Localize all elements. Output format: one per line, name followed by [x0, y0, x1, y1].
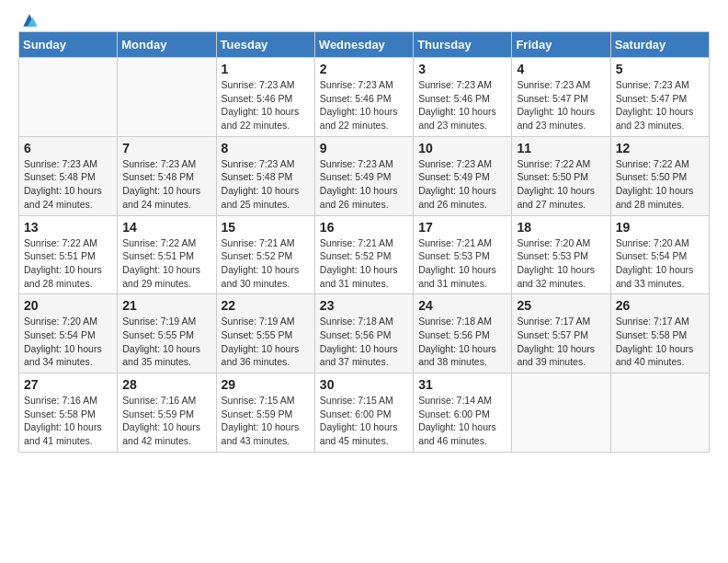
day-number: 6	[24, 141, 112, 155]
day-info: Sunrise: 7:21 AMSunset: 5:52 PMDaylight:…	[222, 236, 310, 291]
day-info: Sunrise: 7:22 AMSunset: 5:50 PMDaylight:…	[616, 157, 704, 212]
day-number: 7	[122, 141, 210, 155]
calendar-table: SundayMondayTuesdayWednesdayThursdayFrid…	[18, 31, 710, 453]
calendar-cell: 25Sunrise: 7:17 AMSunset: 5:57 PMDayligh…	[512, 294, 610, 373]
col-header-tuesday: Tuesday	[216, 32, 314, 58]
day-number: 13	[24, 220, 112, 235]
day-number: 2	[320, 62, 408, 76]
day-number: 10	[418, 141, 506, 155]
day-info: Sunrise: 7:21 AMSunset: 5:52 PMDaylight:…	[320, 236, 408, 291]
calendar-cell: 10Sunrise: 7:23 AMSunset: 5:49 PMDayligh…	[414, 136, 512, 215]
calendar-cell: 4Sunrise: 7:23 AMSunset: 5:47 PMDaylight…	[512, 58, 610, 137]
day-number: 16	[320, 220, 408, 235]
calendar-cell: 19Sunrise: 7:20 AMSunset: 5:54 PMDayligh…	[610, 215, 709, 294]
day-number: 29	[222, 377, 310, 392]
calendar-cell: 15Sunrise: 7:21 AMSunset: 5:52 PMDayligh…	[216, 215, 314, 294]
day-info: Sunrise: 7:19 AMSunset: 5:55 PMDaylight:…	[122, 315, 210, 369]
day-number: 27	[24, 377, 112, 392]
day-info: Sunrise: 7:19 AMSunset: 5:55 PMDaylight:…	[222, 315, 310, 369]
calendar-cell: 13Sunrise: 7:22 AMSunset: 5:51 PMDayligh…	[19, 215, 118, 294]
day-number: 5	[616, 62, 704, 76]
day-info: Sunrise: 7:16 AMSunset: 5:58 PMDaylight:…	[24, 394, 112, 448]
day-number: 3	[418, 62, 506, 76]
page-header	[18, 18, 710, 22]
day-info: Sunrise: 7:23 AMSunset: 5:48 PMDaylight:…	[24, 157, 112, 212]
day-number: 19	[616, 220, 704, 235]
calendar-cell: 17Sunrise: 7:21 AMSunset: 5:53 PMDayligh…	[414, 215, 512, 294]
day-info: Sunrise: 7:23 AMSunset: 5:47 PMDaylight:…	[517, 78, 605, 132]
calendar-cell: 2Sunrise: 7:23 AMSunset: 5:46 PMDaylight…	[314, 58, 413, 137]
day-number: 30	[320, 377, 408, 392]
day-number: 17	[418, 220, 506, 235]
col-header-thursday: Thursday	[414, 32, 512, 58]
day-info: Sunrise: 7:23 AMSunset: 5:48 PMDaylight:…	[122, 157, 210, 212]
col-header-wednesday: Wednesday	[314, 32, 413, 58]
day-number: 21	[122, 298, 210, 313]
calendar-cell: 26Sunrise: 7:17 AMSunset: 5:58 PMDayligh…	[610, 294, 709, 373]
day-info: Sunrise: 7:23 AMSunset: 5:47 PMDaylight:…	[616, 78, 704, 132]
day-number: 12	[616, 141, 704, 155]
day-info: Sunrise: 7:23 AMSunset: 5:49 PMDaylight:…	[320, 157, 408, 212]
day-number: 4	[517, 62, 605, 76]
day-info: Sunrise: 7:22 AMSunset: 5:51 PMDaylight:…	[122, 236, 210, 291]
calendar-cell: 30Sunrise: 7:15 AMSunset: 6:00 PMDayligh…	[314, 373, 413, 453]
day-info: Sunrise: 7:22 AMSunset: 5:50 PMDaylight:…	[517, 157, 605, 212]
calendar-cell: 1Sunrise: 7:23 AMSunset: 5:46 PMDaylight…	[216, 58, 314, 137]
calendar-cell: 24Sunrise: 7:18 AMSunset: 5:56 PMDayligh…	[414, 294, 512, 373]
day-info: Sunrise: 7:23 AMSunset: 5:46 PMDaylight:…	[222, 78, 310, 132]
day-info: Sunrise: 7:20 AMSunset: 5:53 PMDaylight:…	[517, 236, 605, 291]
day-number: 22	[222, 298, 310, 313]
logo-icon	[20, 11, 39, 29]
day-info: Sunrise: 7:18 AMSunset: 5:56 PMDaylight:…	[320, 315, 408, 369]
day-info: Sunrise: 7:18 AMSunset: 5:56 PMDaylight:…	[418, 315, 506, 369]
calendar-cell: 14Sunrise: 7:22 AMSunset: 5:51 PMDayligh…	[118, 215, 216, 294]
day-info: Sunrise: 7:15 AMSunset: 5:59 PMDaylight:…	[222, 394, 310, 448]
calendar-cell: 5Sunrise: 7:23 AMSunset: 5:47 PMDaylight…	[610, 58, 709, 137]
day-number: 9	[320, 141, 408, 155]
day-number: 1	[222, 62, 310, 76]
day-number: 8	[222, 141, 310, 155]
day-number: 28	[122, 377, 210, 392]
calendar-cell: 22Sunrise: 7:19 AMSunset: 5:55 PMDayligh…	[216, 294, 314, 373]
calendar-cell: 8Sunrise: 7:23 AMSunset: 5:48 PMDaylight…	[216, 136, 314, 215]
day-info: Sunrise: 7:17 AMSunset: 5:58 PMDaylight:…	[616, 315, 704, 369]
day-info: Sunrise: 7:14 AMSunset: 6:00 PMDaylight:…	[418, 394, 506, 448]
day-number: 15	[222, 220, 310, 235]
day-info: Sunrise: 7:20 AMSunset: 5:54 PMDaylight:…	[616, 236, 704, 291]
col-header-monday: Monday	[118, 32, 216, 58]
calendar-cell	[19, 58, 118, 137]
day-number: 26	[616, 298, 704, 313]
calendar-cell: 27Sunrise: 7:16 AMSunset: 5:58 PMDayligh…	[19, 373, 118, 453]
day-info: Sunrise: 7:23 AMSunset: 5:49 PMDaylight:…	[418, 157, 506, 212]
calendar-cell: 9Sunrise: 7:23 AMSunset: 5:49 PMDaylight…	[314, 136, 413, 215]
day-info: Sunrise: 7:17 AMSunset: 5:57 PMDaylight:…	[517, 315, 605, 369]
day-number: 18	[517, 220, 605, 235]
day-number: 11	[517, 141, 605, 155]
calendar-cell: 29Sunrise: 7:15 AMSunset: 5:59 PMDayligh…	[216, 373, 314, 453]
day-number: 20	[24, 298, 112, 313]
calendar-cell: 23Sunrise: 7:18 AMSunset: 5:56 PMDayligh…	[314, 294, 413, 373]
day-number: 31	[418, 377, 506, 392]
day-info: Sunrise: 7:16 AMSunset: 5:59 PMDaylight:…	[122, 394, 210, 448]
logo	[18, 18, 39, 22]
calendar-cell	[610, 373, 709, 453]
calendar-cell: 12Sunrise: 7:22 AMSunset: 5:50 PMDayligh…	[610, 136, 709, 215]
day-number: 14	[122, 220, 210, 235]
day-info: Sunrise: 7:20 AMSunset: 5:54 PMDaylight:…	[24, 315, 112, 369]
calendar-cell: 20Sunrise: 7:20 AMSunset: 5:54 PMDayligh…	[19, 294, 118, 373]
calendar-cell: 7Sunrise: 7:23 AMSunset: 5:48 PMDaylight…	[118, 136, 216, 215]
day-number: 24	[418, 298, 506, 313]
calendar-cell: 16Sunrise: 7:21 AMSunset: 5:52 PMDayligh…	[314, 215, 413, 294]
day-info: Sunrise: 7:15 AMSunset: 6:00 PMDaylight:…	[320, 394, 408, 448]
calendar-cell: 18Sunrise: 7:20 AMSunset: 5:53 PMDayligh…	[512, 215, 610, 294]
col-header-saturday: Saturday	[610, 32, 709, 58]
calendar-cell: 21Sunrise: 7:19 AMSunset: 5:55 PMDayligh…	[118, 294, 216, 373]
col-header-sunday: Sunday	[19, 32, 118, 58]
day-number: 25	[517, 298, 605, 313]
day-info: Sunrise: 7:23 AMSunset: 5:46 PMDaylight:…	[418, 78, 506, 132]
calendar-cell: 6Sunrise: 7:23 AMSunset: 5:48 PMDaylight…	[19, 136, 118, 215]
calendar-cell	[512, 373, 610, 453]
col-header-friday: Friday	[512, 32, 610, 58]
day-info: Sunrise: 7:21 AMSunset: 5:53 PMDaylight:…	[418, 236, 506, 291]
day-number: 23	[320, 298, 408, 313]
